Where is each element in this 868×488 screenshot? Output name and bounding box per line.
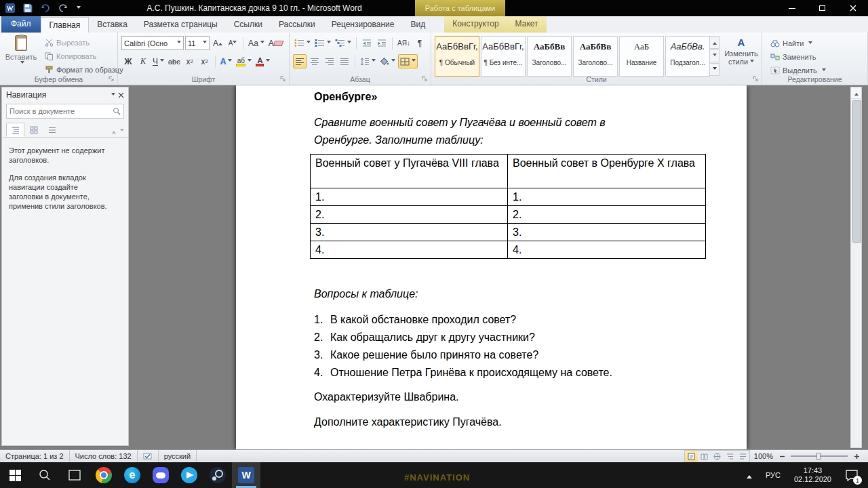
justify-button[interactable] [338, 54, 351, 68]
table-cell[interactable]: 4. [508, 241, 706, 259]
nav-tab-headings[interactable] [6, 123, 24, 137]
grow-font-button[interactable]: А [211, 36, 224, 50]
outline-view-button[interactable] [724, 451, 736, 462]
draft-view-button[interactable] [736, 451, 749, 462]
format-painter-button[interactable]: Формат по образцу [42, 63, 126, 77]
table-cell[interactable]: Военный совет у Пугачёва VIII глава [311, 155, 508, 188]
print-layout-view-button[interactable] [685, 451, 698, 462]
previous-heading-icon[interactable] [112, 129, 116, 134]
font-color-button[interactable]: А [254, 54, 271, 68]
paragraph-dialog-launcher[interactable] [421, 75, 429, 83]
taskbar-app-edge[interactable]: e [118, 462, 146, 488]
text-highlight-button[interactable]: аб [235, 54, 253, 68]
start-button[interactable] [0, 462, 30, 488]
change-styles-button[interactable]: А Изменить стили [723, 36, 760, 77]
taskbar-app-discord[interactable] [146, 462, 175, 488]
bold-button[interactable]: Ж [121, 54, 135, 68]
shrink-font-button[interactable]: А [226, 36, 239, 50]
style-heading2[interactable]: АаБбВв Заголово... [573, 36, 618, 77]
styles-scroll-down-button[interactable] [709, 49, 719, 62]
table-cell[interactable]: 2. [508, 206, 706, 224]
language-indicator[interactable]: русский [159, 450, 197, 462]
undo-button[interactable] [39, 2, 52, 14]
style-title[interactable]: АаБ Название [619, 36, 664, 77]
table-cell[interactable]: 1. [508, 188, 706, 206]
redo-button[interactable] [57, 2, 69, 14]
taskbar-search-button[interactable] [30, 462, 60, 488]
tab-insert[interactable]: Вставка [89, 17, 136, 33]
find-button[interactable]: Найти [768, 37, 829, 50]
bullets-button[interactable] [293, 36, 312, 50]
search-input[interactable] [9, 107, 113, 115]
borders-button[interactable] [398, 54, 418, 68]
styles-more-button[interactable] [709, 63, 719, 76]
show-hidden-icons-chevron[interactable] [747, 472, 752, 479]
clear-formatting-button[interactable]: А [267, 36, 284, 50]
table-cell[interactable]: 3. [311, 224, 508, 241]
zoom-slider[interactable] [791, 455, 848, 457]
tab-mailings[interactable]: Рассылки [271, 17, 323, 33]
table-cell[interactable]: Военный совет в Оренбурге X глава [508, 155, 706, 188]
change-case-button[interactable]: Аа [247, 36, 266, 50]
strikethrough-button[interactable]: abc [167, 54, 182, 68]
replace-button[interactable]: Заменить [768, 50, 829, 64]
align-left-button[interactable] [293, 54, 307, 68]
align-right-button[interactable] [323, 54, 336, 68]
zoom-level[interactable]: 100% [754, 452, 773, 460]
tab-table-design[interactable]: Конструктор [444, 16, 507, 32]
input-language-indicator[interactable]: РУС [759, 471, 787, 479]
font-name-combo[interactable]: Calibri (Осно [121, 36, 184, 50]
font-dialog-launcher[interactable] [279, 75, 287, 83]
tab-table-layout[interactable]: Макет [507, 16, 547, 32]
subscript-button[interactable]: x2 [183, 54, 197, 68]
tab-page-layout[interactable]: Разметка страницы [136, 17, 226, 33]
scrollbar-thumb[interactable] [852, 100, 861, 243]
table-cell[interactable]: 3. [508, 224, 706, 241]
paste-button[interactable]: Вставить [4, 35, 38, 79]
scroll-up-button[interactable] [851, 87, 861, 99]
word-count-indicator[interactable]: Число слов: 132 [70, 450, 138, 462]
next-heading-icon[interactable] [120, 129, 124, 134]
zoom-out-button[interactable] [777, 451, 787, 461]
table-cell[interactable]: 4. [311, 241, 508, 259]
tab-file[interactable]: Файл [1, 16, 41, 33]
font-size-combo[interactable]: 11 [185, 36, 210, 50]
multilevel-list-button[interactable] [334, 36, 353, 50]
zoom-in-button[interactable] [852, 451, 861, 461]
underline-button[interactable]: Ч [151, 54, 165, 68]
numbering-button[interactable] [313, 36, 332, 50]
proofing-status[interactable] [138, 450, 159, 462]
italic-button[interactable]: К [136, 54, 150, 68]
nav-tab-pages[interactable] [24, 123, 43, 137]
zoom-slider-thumb[interactable] [816, 453, 821, 460]
taskbar-app-chrome[interactable] [90, 462, 118, 488]
qat-customize-chevron-icon[interactable] [77, 6, 81, 11]
line-spacing-button[interactable] [359, 54, 377, 68]
tab-references[interactable]: Ссылки [226, 17, 271, 33]
table-cell[interactable]: 1. [311, 188, 508, 206]
document-page[interactable]: Оренбурге» Сравните военный совет у Пуга… [236, 85, 747, 449]
tab-view[interactable]: Вид [402, 17, 433, 33]
increase-indent-button[interactable] [375, 36, 389, 50]
style-no-spacing[interactable]: АаБбВвГг, ¶ Без инте... [481, 36, 526, 77]
shading-button[interactable] [378, 54, 397, 68]
taskbar-app-word[interactable]: W [232, 462, 260, 488]
taskbar-clock[interactable]: 17:43 02.12.2020 [787, 466, 838, 484]
task-view-button[interactable] [60, 462, 90, 488]
tab-review[interactable]: Рецензирование [323, 17, 403, 33]
save-button[interactable] [22, 2, 34, 14]
nav-tab-results[interactable] [43, 123, 61, 137]
copy-button[interactable]: Копировать [42, 49, 126, 63]
style-normal[interactable]: АаБбВвГг, ¶ Обычный [435, 36, 479, 77]
close-button[interactable] [837, 0, 868, 16]
taskbar-app-telegram[interactable] [175, 462, 203, 488]
styles-dialog-launcher[interactable] [752, 75, 760, 83]
decrease-indent-button[interactable] [360, 36, 374, 50]
table-cell[interactable]: 2. [311, 206, 508, 224]
style-subtitle[interactable]: АаБбВв. Подзагол... [665, 36, 710, 77]
cut-button[interactable]: Вырезать [42, 36, 126, 49]
navigation-close-icon[interactable] [118, 92, 124, 98]
sort-button[interactable]: АЯ↓ [396, 36, 412, 50]
text-effects-button[interactable]: А [219, 54, 234, 68]
style-heading1[interactable]: АаБбВв Заголово... [527, 36, 572, 77]
